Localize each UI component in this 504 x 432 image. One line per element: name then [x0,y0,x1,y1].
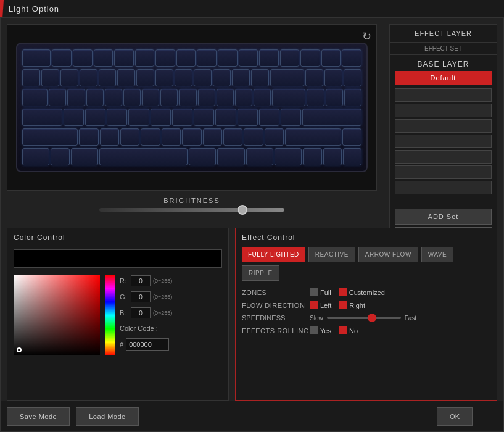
key-g[interactable] [151,109,171,126]
flow-left-checkbox[interactable] [310,301,318,309]
key-f9[interactable] [218,49,238,67]
key-o[interactable] [198,89,215,106]
key-f12[interactable] [280,49,300,67]
key-h[interactable] [172,109,192,126]
key-down[interactable] [323,148,342,165]
key-minus[interactable] [232,69,250,86]
key-x[interactable] [100,128,119,146]
key-9[interactable] [194,69,212,86]
key-ins[interactable] [305,69,323,86]
key-s[interactable] [85,109,105,126]
key-4[interactable] [99,69,117,86]
key-t[interactable] [123,89,141,106]
zone-customized-option[interactable]: Customized [339,288,385,296]
key-z[interactable] [79,128,98,146]
key-comma[interactable] [223,128,242,146]
key-r[interactable] [105,89,122,106]
key-lalt[interactable] [71,148,98,165]
key-7[interactable] [155,69,173,86]
key-menu[interactable] [246,148,273,165]
key-left[interactable] [303,148,321,165]
key-end[interactable] [326,89,343,106]
refresh-icon[interactable]: ↻ [362,30,371,43]
key-2[interactable] [60,69,78,86]
b-input[interactable] [131,307,151,318]
key-b[interactable] [162,128,181,146]
key-up[interactable] [342,128,361,146]
brightness-slider[interactable] [99,208,284,212]
key-pgup[interactable] [344,69,361,86]
flow-left-option[interactable]: Left [310,301,331,309]
key-1[interactable] [41,69,59,86]
rolling-no-option[interactable]: No [339,326,358,334]
key-8[interactable] [175,69,192,86]
flow-right-checkbox[interactable] [339,301,347,309]
key-f7[interactable] [176,49,196,67]
key-d[interactable] [107,109,127,126]
key-f8[interactable] [197,49,217,67]
key-pause[interactable] [342,49,361,67]
speed-slider[interactable] [327,317,401,319]
key-0[interactable] [213,69,231,86]
key-f[interactable] [128,109,149,126]
key-f6[interactable] [155,49,175,67]
effect-btn-arrow-flow[interactable]: ARROW FLOW [358,247,418,262]
key-l[interactable] [238,109,258,126]
key-u[interactable] [160,89,178,106]
key-semicolon[interactable] [259,109,279,126]
ok-button[interactable]: OK [437,407,473,426]
key-pgdn[interactable] [344,89,361,106]
key-del[interactable] [307,89,324,106]
key-quote[interactable] [281,109,301,126]
key-e[interactable] [86,89,104,106]
key-rctrl[interactable] [275,148,302,165]
key-p[interactable] [217,89,234,106]
save-mode-button[interactable]: Save Mode [7,407,70,426]
zone-full-option[interactable]: Full [310,288,331,296]
key-backspace[interactable] [270,69,305,86]
key-lshift[interactable] [22,128,78,146]
key-f2[interactable] [73,49,93,67]
key-f3[interactable] [94,49,114,67]
effect-btn-wave[interactable]: WAVE [421,247,453,262]
key-home[interactable] [324,69,342,86]
effect-btn-ripple[interactable]: RIPPLE [242,265,279,281]
key-ralt[interactable] [189,148,216,165]
key-k[interactable] [215,109,236,126]
key-3[interactable] [80,69,97,86]
key-equals[interactable] [251,69,269,86]
key-prtsc[interactable] [300,49,320,67]
key-i[interactable] [179,89,196,106]
key-enter[interactable] [302,109,361,126]
key-right[interactable] [343,148,361,165]
rolling-no-checkbox[interactable] [339,326,347,334]
key-m[interactable] [203,128,222,146]
key-f11[interactable] [259,49,279,67]
add-set-button[interactable]: ADD Set [395,209,492,225]
key-esc[interactable] [22,49,51,67]
key-w[interactable] [67,89,85,106]
key-lbracket[interactable] [235,89,252,106]
key-period[interactable] [244,128,263,146]
key-f1[interactable] [52,49,72,67]
flow-right-option[interactable]: Right [339,301,365,309]
rolling-yes-option[interactable]: Yes [310,326,331,334]
key-6[interactable] [136,69,154,86]
key-v[interactable] [141,128,160,146]
zone-full-checkbox[interactable] [310,288,318,296]
zone-customized-checkbox[interactable] [339,288,347,296]
key-f5[interactable] [135,49,155,67]
key-tab[interactable] [22,89,48,106]
key-space[interactable] [99,148,188,165]
key-n[interactable] [182,128,201,146]
effect-btn-reactive[interactable]: REACTIVE [308,247,355,262]
key-5[interactable] [117,69,135,86]
key-backtick[interactable] [22,69,40,86]
key-f10[interactable] [239,49,258,67]
key-backslash[interactable] [272,89,305,106]
key-j[interactable] [194,109,214,126]
key-q[interactable] [49,89,66,106]
key-y[interactable] [142,89,159,106]
key-lctrl[interactable] [22,148,49,165]
rolling-yes-checkbox[interactable] [310,326,318,334]
